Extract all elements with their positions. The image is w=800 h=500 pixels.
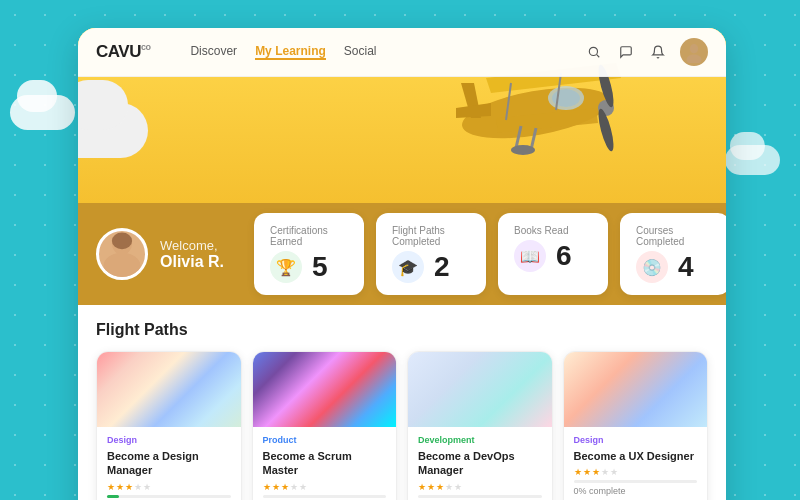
- cloud-bg-left: [5, 80, 85, 130]
- main-nav: CAVUco Discover My Learning Social: [78, 28, 726, 77]
- main-card: CAVUco Discover My Learning Social: [78, 28, 726, 500]
- progress-bar-wrap-1: [263, 495, 387, 498]
- star-3: ★: [125, 482, 133, 492]
- stat-label-2: Books Read: [514, 225, 592, 236]
- stat-icon-0: 🏆: [270, 251, 302, 283]
- welcome-name: Olivia R.: [160, 253, 224, 271]
- welcome-section: Welcome, Olivia R.: [78, 214, 248, 294]
- stat-card-3: Courses Completed 💿 4: [620, 213, 726, 295]
- course-tag-3: Design: [574, 435, 698, 445]
- star-1: ★: [263, 482, 271, 492]
- svg-point-20: [104, 253, 141, 277]
- content-area: Flight Paths Design Become a Design Mana…: [78, 305, 726, 500]
- stat-label-1: Flight Paths Completed: [392, 225, 470, 247]
- star-5: ★: [299, 482, 307, 492]
- course-thumb-2: [408, 352, 552, 427]
- stat-value-row-1: 🎓 2: [392, 251, 470, 283]
- progress-bar-fill-0: [107, 495, 119, 498]
- star-2: ★: [116, 482, 124, 492]
- star-4: ★: [290, 482, 298, 492]
- progress-bar-wrap-0: [107, 495, 231, 498]
- svg-line-1: [597, 55, 600, 58]
- course-thumb-1: [253, 352, 397, 427]
- nav-my-learning[interactable]: My Learning: [255, 44, 326, 60]
- cloud-bg-right: [720, 130, 790, 175]
- star-4: ★: [601, 467, 609, 477]
- stat-icon-2: 📖: [514, 240, 546, 272]
- nav-discover[interactable]: Discover: [190, 44, 237, 60]
- stat-value-row-2: 📖 6: [514, 240, 592, 272]
- progress-bar-wrap-2: [418, 495, 542, 498]
- star-3: ★: [592, 467, 600, 477]
- course-tag-0: Design: [107, 435, 231, 445]
- welcome-text: Welcome, Olivia R.: [160, 238, 224, 271]
- star-1: ★: [418, 482, 426, 492]
- course-title-2: Become a DevOps Manager: [418, 449, 542, 478]
- course-tag-1: Product: [263, 435, 387, 445]
- chat-icon[interactable]: [616, 42, 636, 62]
- hero-cloud: [78, 78, 168, 158]
- course-body-0: Design Become a Design Manager ★ ★ ★ ★ ★…: [97, 427, 241, 500]
- course-body-1: Product Become a Scrum Master ★ ★ ★ ★ ★ …: [253, 427, 397, 500]
- brand-name: CAVU: [96, 42, 141, 61]
- stat-label-0: Certifications Earned: [270, 225, 348, 247]
- star-3: ★: [436, 482, 444, 492]
- bell-icon[interactable]: [648, 42, 668, 62]
- stat-cards: Certifications Earned 🏆 5 Flight Paths C…: [248, 203, 726, 305]
- course-stars-2: ★ ★ ★ ★ ★: [418, 482, 542, 492]
- stats-bar: Welcome, Olivia R. Certifications Earned…: [78, 203, 726, 305]
- progress-bar-wrap-3: [574, 480, 698, 483]
- stat-value-row-3: 💿 4: [636, 251, 714, 283]
- stat-icon-1: 🎓: [392, 251, 424, 283]
- progress-text-3: 0% complete: [574, 486, 698, 496]
- nav-icons: [584, 38, 708, 66]
- flight-paths-heading: Flight Paths: [96, 321, 708, 339]
- star-5: ★: [610, 467, 618, 477]
- svg-point-3: [687, 55, 702, 64]
- star-4: ★: [134, 482, 142, 492]
- brand-superscript: co: [141, 42, 151, 52]
- star-4: ★: [445, 482, 453, 492]
- search-icon[interactable]: [584, 42, 604, 62]
- stat-label-3: Courses Completed: [636, 225, 714, 247]
- stat-value-row-0: 🏆 5: [270, 251, 348, 283]
- star-1: ★: [574, 467, 582, 477]
- stat-number-2: 6: [556, 240, 572, 272]
- user-avatar-large: [96, 228, 148, 280]
- course-body-3: Design Become a UX Designer ★ ★ ★ ★ ★ 0%…: [564, 427, 708, 500]
- user-avatar[interactable]: [680, 38, 708, 66]
- course-title-1: Become a Scrum Master: [263, 449, 387, 478]
- star-2: ★: [272, 482, 280, 492]
- star-2: ★: [427, 482, 435, 492]
- stat-icon-3: 💿: [636, 251, 668, 283]
- course-title-3: Become a UX Designer: [574, 449, 698, 463]
- nav-links: Discover My Learning Social: [190, 44, 584, 60]
- star-5: ★: [454, 482, 462, 492]
- stat-number-1: 2: [434, 251, 450, 283]
- course-card-3: Design Become a UX Designer ★ ★ ★ ★ ★ 0%…: [563, 351, 709, 500]
- stat-number-0: 5: [312, 251, 328, 283]
- course-thumb-0: [97, 352, 241, 427]
- welcome-greeting: Welcome,: [160, 238, 224, 253]
- star-5: ★: [143, 482, 151, 492]
- svg-point-2: [690, 44, 698, 53]
- brand-logo: CAVUco: [96, 42, 150, 62]
- course-card-0: Design Become a Design Manager ★ ★ ★ ★ ★…: [96, 351, 242, 500]
- nav-social[interactable]: Social: [344, 44, 377, 60]
- course-stars-1: ★ ★ ★ ★ ★: [263, 482, 387, 492]
- svg-point-0: [589, 47, 597, 55]
- course-stars-3: ★ ★ ★ ★ ★: [574, 467, 698, 477]
- hero-banner: CAVUco Discover My Learning Social: [78, 28, 726, 203]
- star-3: ★: [281, 482, 289, 492]
- course-stars-0: ★ ★ ★ ★ ★: [107, 482, 231, 492]
- course-card-2: Development Become a DevOps Manager ★ ★ …: [407, 351, 553, 500]
- course-thumb-3: [564, 352, 708, 427]
- stat-card-0: Certifications Earned 🏆 5: [254, 213, 364, 295]
- course-tag-2: Development: [418, 435, 542, 445]
- stat-card-1: Flight Paths Completed 🎓 2: [376, 213, 486, 295]
- star-2: ★: [583, 467, 591, 477]
- course-body-2: Development Become a DevOps Manager ★ ★ …: [408, 427, 552, 500]
- stat-number-3: 4: [678, 251, 694, 283]
- svg-point-16: [511, 145, 535, 155]
- course-card-1: Product Become a Scrum Master ★ ★ ★ ★ ★ …: [252, 351, 398, 500]
